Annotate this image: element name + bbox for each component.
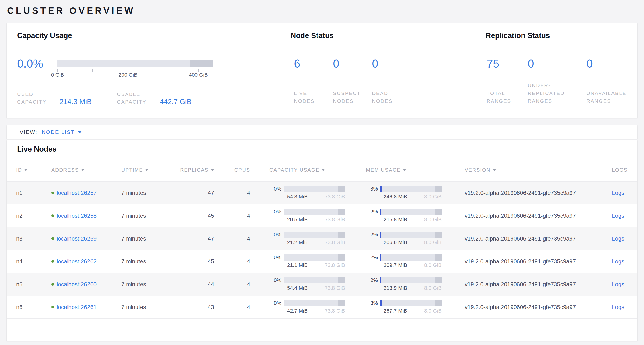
table-row: n1 localhost:26257 7 minutes 47 4 0%54.3…: [7, 181, 637, 204]
node-version: v19.2.0-alpha.20190606-2491-gfe735c9a97: [455, 227, 609, 250]
bar-reserved-segment: [338, 209, 345, 215]
mem-bar: [380, 254, 442, 260]
total-ranges-label: TOTAL RANGES: [486, 89, 528, 105]
bar-fill: [380, 300, 382, 306]
node-uptime: 7 minutes: [112, 227, 165, 250]
mem-total: 8.0 GiB: [424, 194, 442, 200]
chevron-down-icon: [78, 131, 82, 134]
node-live-status-icon: [51, 192, 54, 194]
node-replicas: 43: [165, 296, 224, 318]
axis-label: 400 GiB: [189, 72, 208, 78]
column-header-replicas[interactable]: REPLICAS: [165, 158, 224, 181]
capacity-bar: [284, 254, 345, 260]
capacity-usage-cell: 0%42.7 MiB73.8 GiB: [260, 296, 356, 318]
dead-nodes-count: 0: [372, 58, 411, 70]
column-header-version[interactable]: VERSION: [455, 158, 609, 181]
node-address-link[interactable]: localhost:26259: [56, 235, 96, 242]
node-uptime: 7 minutes: [112, 204, 165, 227]
node-id: n3: [7, 227, 42, 250]
node-address-link[interactable]: localhost:26261: [56, 304, 96, 310]
node-uptime: 7 minutes: [112, 273, 165, 295]
node-status-section: Node Status 6 0 0 LIVE NODES SUSPECT NOD…: [290, 23, 486, 118]
node-id: n1: [7, 182, 42, 204]
column-header-capacity-usage[interactable]: CAPACITY USAGE: [260, 158, 356, 181]
logs-link[interactable]: Logs: [612, 212, 624, 219]
mem-total: 8.0 GiB: [424, 285, 442, 291]
bar-reserved-segment: [338, 277, 345, 283]
logs-link[interactable]: Logs: [612, 258, 624, 265]
node-status-title: Node Status: [290, 32, 334, 40]
replication-status-labels: TOTAL RANGES UNDER-REPLICATED RANGES UNA…: [486, 81, 638, 105]
capacity-percent: 0%: [270, 186, 281, 192]
node-version: v19.2.0-alpha.20190606-2491-gfe735c9a97: [455, 273, 609, 295]
bar-fill: [380, 277, 382, 283]
sort-icon: [322, 169, 325, 171]
node-address-link[interactable]: localhost:26258: [56, 212, 96, 219]
used-capacity-stat: USED CAPACITY 214.3 MiB: [17, 90, 117, 106]
column-header-uptime[interactable]: UPTIME: [112, 158, 165, 181]
table-row: n6 localhost:26261 7 minutes 43 4 0%42.7…: [7, 295, 637, 318]
capacity-stats: USED CAPACITY 214.3 MiB USABLE CAPACITY …: [17, 90, 192, 106]
node-cpus: 4: [224, 296, 260, 318]
logs-link[interactable]: Logs: [612, 190, 624, 196]
axis-label: 0 GiB: [51, 72, 64, 78]
sort-icon: [145, 169, 148, 171]
capacity-total: 73.8 GiB: [324, 285, 345, 291]
under-replicated-ranges-count: 0: [528, 58, 586, 70]
sort-icon: [403, 169, 406, 171]
node-version: v19.2.0-alpha.20190606-2491-gfe735c9a97: [455, 296, 609, 318]
sort-icon: [81, 169, 84, 171]
node-address-link[interactable]: localhost:26262: [56, 258, 96, 265]
under-replicated-ranges-label: UNDER-REPLICATED RANGES: [528, 81, 586, 105]
live-nodes-label: LIVE NODES: [294, 89, 333, 105]
capacity-total: 73.8 GiB: [324, 262, 345, 268]
bar-fill: [380, 209, 382, 215]
axis-tick: [57, 69, 58, 72]
axis-tick: [163, 69, 164, 72]
table-row: n5 localhost:26260 7 minutes 44 4 0%54.4…: [7, 273, 637, 295]
column-header-mem-usage[interactable]: MEM USAGE: [356, 158, 455, 181]
mem-bar: [380, 209, 442, 215]
used-capacity-value: 214.3 MiB: [60, 98, 92, 106]
node-live-status-icon: [51, 283, 54, 285]
node-version: v19.2.0-alpha.20190606-2491-gfe735c9a97: [455, 250, 609, 273]
logs-cell: Logs: [609, 250, 637, 273]
bar-fill: [380, 231, 382, 238]
table-header-row: ID ADDRESS UPTIME REPLICAS CPUS CAPACITY…: [7, 158, 637, 181]
capacity-used: 20.5 MiB: [287, 216, 308, 223]
node-live-status-icon: [51, 237, 54, 240]
table-row: n3 localhost:26259 7 minutes 47 4 0%21.2…: [7, 227, 637, 250]
column-header-address[interactable]: ADDRESS: [42, 158, 112, 181]
sort-icon: [24, 169, 28, 171]
unavailable-ranges-label: UNAVAILABLE RANGES: [586, 89, 638, 105]
logs-link[interactable]: Logs: [612, 304, 624, 310]
capacity-total: 73.8 GiB: [324, 216, 345, 223]
mem-used: 215.8 MiB: [384, 216, 407, 223]
logs-link[interactable]: Logs: [612, 235, 624, 242]
column-header-id[interactable]: ID: [7, 158, 42, 181]
mem-total: 8.0 GiB: [424, 216, 442, 223]
view-mode-dropdown[interactable]: NODE LIST: [42, 129, 82, 135]
node-address-link[interactable]: localhost:26260: [56, 281, 96, 288]
capacity-percent: 0%: [270, 254, 281, 260]
capacity-total: 73.8 GiB: [324, 308, 345, 314]
sort-icon: [493, 169, 496, 171]
logs-link[interactable]: Logs: [612, 281, 624, 288]
mem-usage-cell: 2%209.7 MiB8.0 GiB: [356, 250, 455, 273]
capacity-gauge-reserved-segment: [190, 60, 213, 67]
capacity-used: 21.1 MiB: [287, 262, 308, 268]
capacity-total: 73.8 GiB: [324, 239, 345, 245]
total-ranges-count: 75: [486, 58, 528, 70]
node-address-cell: localhost:26261: [42, 296, 112, 318]
node-address-link[interactable]: localhost:26257: [56, 190, 96, 196]
dead-nodes-label: DEAD NODES: [372, 89, 411, 105]
node-id: n5: [7, 273, 42, 295]
node-replicas: 47: [165, 182, 224, 204]
axis-label: 200 GiB: [118, 72, 138, 78]
capacity-gauge-bar: [57, 60, 213, 67]
logs-cell: Logs: [609, 204, 637, 227]
node-cpus: 4: [224, 204, 260, 227]
node-address-cell: localhost:26257: [42, 182, 112, 204]
cluster-overview-page: CLUSTER OVERVIEW Capacity Usage 0.0% 0 G…: [0, 0, 644, 345]
axis-tick: [198, 69, 198, 72]
